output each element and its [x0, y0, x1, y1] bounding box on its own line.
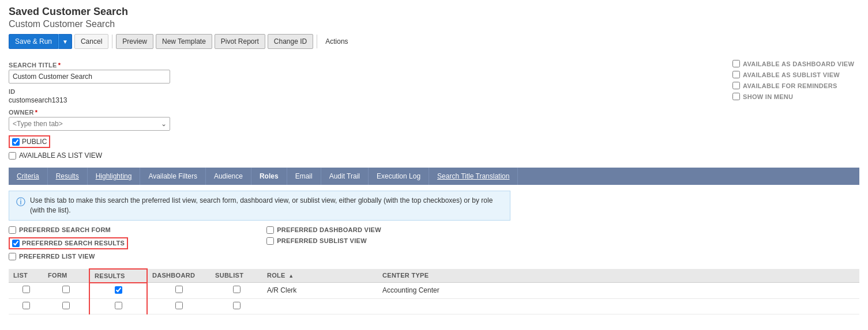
pref-dashboard-view-row: PREFERRED DASHBOARD VIEW [266, 226, 381, 234]
table-row [9, 298, 859, 314]
row2-sublist-checkbox[interactable] [233, 302, 241, 309]
owner-field-wrapper: ⌄ [9, 117, 170, 131]
owner-label: OWNER* [9, 109, 721, 116]
row2-role-cell [262, 298, 378, 314]
row2-form-cell [43, 298, 89, 314]
row1-form-cell [43, 283, 89, 299]
save-run-dropdown-button[interactable]: ▼ [58, 34, 72, 49]
row1-list-checkbox[interactable] [22, 286, 30, 293]
owner-input[interactable] [9, 117, 170, 131]
toolbar: Save & Run ▼ Cancel Preview New Template… [9, 34, 859, 49]
row1-dashboard-checkbox[interactable] [175, 286, 183, 293]
row2-dashboard-checkbox[interactable] [175, 302, 183, 309]
tab-email[interactable]: Email [287, 168, 321, 185]
preferred-checkboxes-section: PREFERRED SEARCH FORM PREFERRED SEARCH R… [9, 226, 859, 260]
tab-criteria[interactable]: Criteria [9, 168, 48, 185]
info-text: Use this tab to make this search the pre… [30, 196, 503, 215]
public-checkbox[interactable] [12, 138, 20, 146]
pref-dashboard-view-checkbox[interactable] [266, 226, 274, 234]
page-title: Saved Customer Search [9, 6, 859, 18]
tab-audit-trail[interactable]: Audit Trail [321, 168, 369, 185]
row2-results-checkbox[interactable] [115, 302, 122, 309]
tab-highlighting[interactable]: Highlighting [88, 168, 141, 185]
col-header-center-type: CENTER TYPE [378, 269, 859, 283]
preferred-right-col: PREFERRED DASHBOARD VIEW PREFERRED SUBLI… [266, 226, 381, 260]
row2-center-type-cell [378, 298, 859, 314]
show-in-menu-label: SHOW IN MENU [743, 93, 793, 100]
id-value: customsearch1313 [9, 96, 721, 104]
row2-list-checkbox[interactable] [22, 302, 30, 309]
tab-search-title-translation[interactable]: Search Title Translation [429, 168, 518, 185]
reminders-checkbox[interactable] [732, 82, 740, 89]
pref-list-view-checkbox[interactable] [9, 253, 16, 260]
show-in-menu-checkbox[interactable] [732, 93, 740, 100]
row1-dashboard-cell [147, 283, 211, 299]
table-header-row: LIST FORM RESULTS DASHBOARD SUBLIST ROLE… [9, 269, 859, 283]
dashboard-view-label: AVAILABLE AS DASHBOARD VIEW [743, 60, 854, 67]
tab-results[interactable]: Results [48, 168, 88, 185]
pref-list-view-label: PREFERRED LIST VIEW [19, 253, 95, 260]
pivot-report-button[interactable]: Pivot Report [215, 34, 265, 49]
row1-results-checkbox[interactable] [115, 286, 122, 294]
pref-sublist-view-label: PREFERRED SUBLIST VIEW [277, 237, 367, 244]
col-header-role[interactable]: ROLE ▲ [262, 269, 378, 283]
tab-audience[interactable]: Audience [206, 168, 251, 185]
row1-sublist-cell [211, 283, 262, 299]
row2-form-checkbox[interactable] [62, 302, 70, 309]
tab-available-filters[interactable]: Available Filters [140, 168, 205, 185]
pref-search-form-checkbox[interactable] [9, 226, 16, 234]
col-header-dashboard: DASHBOARD [147, 269, 211, 283]
tabs-bar: Criteria Results Highlighting Available … [9, 168, 859, 185]
pref-sublist-view-row: PREFERRED SUBLIST VIEW [266, 237, 381, 245]
change-id-button[interactable]: Change ID [268, 34, 313, 49]
pref-search-form-label: PREFERRED SEARCH FORM [19, 226, 111, 233]
pref-search-form-row: PREFERRED SEARCH FORM [9, 226, 128, 234]
row2-sublist-cell [211, 298, 262, 314]
available-list-view-checkbox[interactable] [9, 152, 16, 160]
new-template-button[interactable]: New Template [156, 34, 212, 49]
cancel-button[interactable]: Cancel [74, 34, 108, 49]
pref-list-view-row: PREFERRED LIST VIEW [9, 253, 128, 260]
id-label: ID [9, 88, 721, 95]
sublist-view-checkbox[interactable] [732, 71, 740, 78]
tab-execution-log[interactable]: Execution Log [369, 168, 429, 185]
row2-dashboard-cell [147, 298, 211, 314]
info-icon: ⓘ [16, 196, 25, 208]
sublist-view-row: AVAILABLE AS SUBLIST VIEW [732, 71, 859, 78]
toolbar-divider [112, 35, 112, 48]
dashboard-view-row: AVAILABLE AS DASHBOARD VIEW [732, 60, 859, 67]
dashboard-view-checkbox[interactable] [732, 60, 740, 67]
public-label: PUBLIC [22, 138, 47, 146]
reminders-row: AVAILABLE FOR REMINDERS [732, 82, 859, 89]
roles-table-section: LIST FORM RESULTS DASHBOARD SUBLIST ROLE… [9, 268, 859, 314]
role-sort-icon: ▲ [288, 273, 294, 279]
reminders-label: AVAILABLE FOR REMINDERS [743, 82, 837, 89]
actions-button[interactable]: Actions [321, 35, 352, 48]
page-subtitle: Custom Customer Search [9, 19, 859, 29]
preferred-left-col: PREFERRED SEARCH FORM PREFERRED SEARCH R… [9, 226, 128, 260]
available-list-view-row: AVAILABLE AS LIST VIEW [9, 151, 721, 160]
pref-sublist-view-checkbox[interactable] [266, 237, 274, 245]
tab-roles[interactable]: Roles [251, 168, 287, 185]
save-run-button[interactable]: Save & Run [9, 34, 58, 49]
row2-list-cell [9, 298, 43, 314]
row1-form-checkbox[interactable] [62, 286, 70, 293]
search-title-input[interactable] [9, 70, 170, 84]
row1-sublist-checkbox[interactable] [233, 286, 241, 293]
col-header-list: LIST [9, 269, 43, 283]
pref-search-results-label: PREFERRED SEARCH RESULTS [22, 240, 125, 246]
toolbar-divider-2 [317, 35, 317, 48]
preview-button[interactable]: Preview [116, 34, 153, 49]
row2-results-cell [89, 298, 147, 314]
search-title-label: SEARCH TITLE* [9, 62, 721, 69]
pref-search-results-checkbox[interactable] [12, 240, 20, 247]
public-checkbox-row: PUBLIC [9, 135, 50, 148]
available-list-view-label: AVAILABLE AS LIST VIEW [19, 151, 102, 160]
row1-results-cell [89, 283, 147, 299]
row1-center-type-cell: Accounting Center [378, 283, 859, 299]
col-header-sublist: SUBLIST [211, 269, 262, 283]
col-header-form: FORM [43, 269, 89, 283]
right-checkboxes: AVAILABLE AS DASHBOARD VIEW AVAILABLE AS… [732, 60, 859, 100]
pref-dashboard-view-label: PREFERRED DASHBOARD VIEW [277, 226, 381, 233]
col-header-results: RESULTS [89, 269, 147, 283]
